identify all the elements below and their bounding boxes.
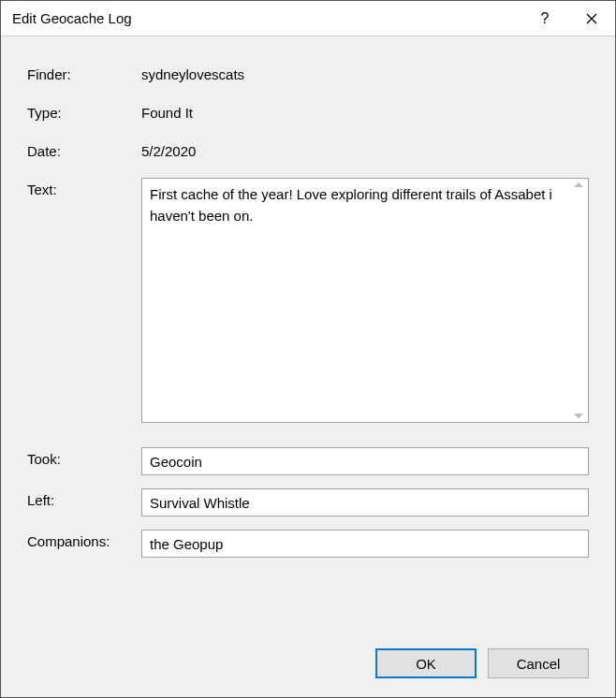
titlebar: Edit Geocache Log ? bbox=[1, 1, 615, 36]
took-row: Took: bbox=[27, 447, 589, 475]
close-icon bbox=[586, 13, 597, 24]
finder-value: sydneylovescats bbox=[141, 63, 244, 82]
help-icon: ? bbox=[541, 10, 550, 27]
companions-input[interactable] bbox=[141, 530, 589, 558]
spacer bbox=[27, 571, 589, 639]
date-row: Date: 5/2/2020 bbox=[27, 139, 589, 159]
text-label: Text: bbox=[27, 178, 141, 197]
cancel-button[interactable]: Cancel bbox=[488, 648, 589, 678]
date-value: 5/2/2020 bbox=[141, 139, 196, 159]
text-textarea[interactable]: First cache of the year! Love exploring … bbox=[142, 179, 569, 422]
left-label: Left: bbox=[27, 488, 141, 508]
text-row: Text: First cache of the year! Love expl… bbox=[27, 178, 589, 423]
scroll-down-icon bbox=[574, 414, 583, 418]
type-row: Type: Found It bbox=[27, 101, 589, 121]
close-button[interactable] bbox=[568, 1, 615, 36]
scroll-up-icon bbox=[574, 182, 583, 187]
text-area-container: First cache of the year! Love exploring … bbox=[141, 178, 589, 423]
edit-geocache-log-dialog: Edit Geocache Log ? Finder: sydneylovesc… bbox=[0, 0, 616, 698]
dialog-content: Finder: sydneylovescats Type: Found It D… bbox=[1, 36, 615, 697]
companions-row: Companions: bbox=[27, 530, 589, 558]
finder-row: Finder: sydneylovescats bbox=[27, 63, 589, 82]
finder-label: Finder: bbox=[27, 63, 141, 82]
ok-button[interactable]: OK bbox=[375, 648, 477, 678]
button-row: OK Cancel bbox=[27, 648, 589, 678]
titlebar-controls: ? bbox=[521, 1, 615, 36]
took-label: Took: bbox=[27, 447, 141, 467]
type-label: Type: bbox=[27, 101, 141, 121]
type-value: Found It bbox=[141, 101, 193, 121]
left-input[interactable] bbox=[141, 488, 589, 516]
companions-label: Companions: bbox=[27, 530, 141, 549]
took-input[interactable] bbox=[141, 447, 589, 475]
date-label: Date: bbox=[27, 139, 141, 159]
help-button[interactable]: ? bbox=[521, 1, 568, 36]
dialog-title: Edit Geocache Log bbox=[12, 10, 521, 26]
scrollbar[interactable] bbox=[569, 179, 588, 422]
left-row: Left: bbox=[27, 488, 589, 516]
